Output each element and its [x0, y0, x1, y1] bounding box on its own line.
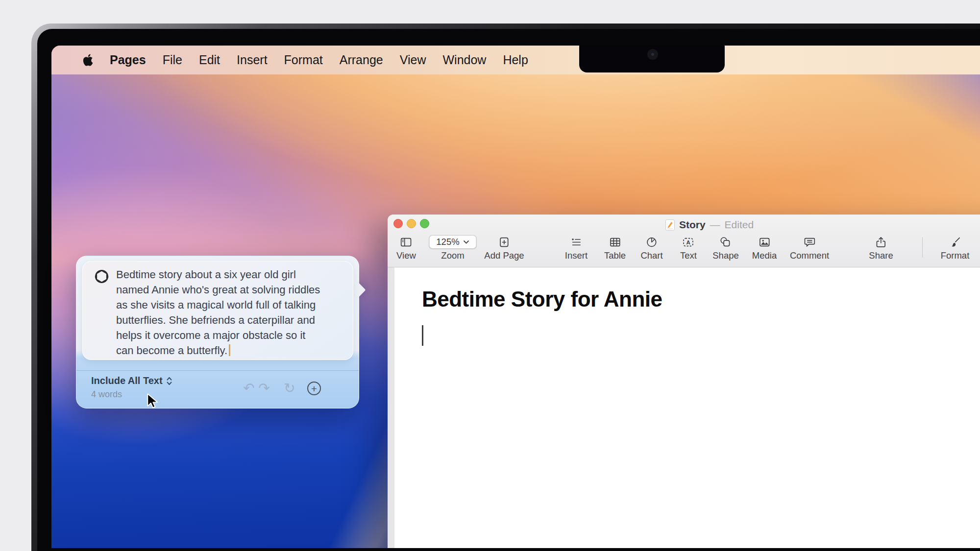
toolbar-shape-button[interactable]: Shape — [712, 234, 739, 261]
toolbar-text-button[interactable]: A Text — [680, 234, 697, 261]
display-notch — [579, 46, 725, 72]
pages-window: Story — Edited View 125% — [388, 215, 980, 548]
toolbar-format-button[interactable]: Format — [941, 234, 970, 261]
redo-button[interactable]: ↷ — [258, 380, 270, 397]
window-chrome: Story — Edited View 125% — [388, 215, 980, 267]
title-edited-status: Edited — [725, 219, 754, 231]
comment-icon — [803, 236, 815, 248]
zoom-dropdown[interactable]: 125% — [429, 235, 477, 249]
word-count: 4 words — [91, 389, 122, 400]
retry-icon: ↻ — [284, 380, 295, 396]
mouse-cursor — [146, 393, 161, 409]
menu-item-arrange[interactable]: Arrange — [340, 53, 383, 67]
updown-chevron-icon — [166, 376, 172, 386]
toolbar-zoom-control: 125% Zoom — [429, 234, 477, 261]
table-icon — [609, 236, 621, 248]
insert-icon — [570, 236, 583, 248]
menu-item-window[interactable]: Window — [442, 53, 486, 67]
redo-icon: ↷ — [258, 380, 270, 396]
toolbar-chart-button[interactable]: Chart — [640, 234, 662, 261]
window-title-row: Story — Edited — [388, 219, 980, 231]
assistant-popup: Bedtime story about a six year old girl … — [76, 256, 359, 408]
retry-button[interactable]: ↻ — [284, 380, 295, 397]
assistant-message-text: Bedtime story about a six year old girl … — [83, 267, 353, 358]
undo-button[interactable]: ↶ — [243, 380, 254, 397]
chart-icon — [646, 236, 658, 248]
assistant-message-bubble: Bedtime story about a six year old girl … — [82, 261, 353, 360]
share-icon — [875, 236, 887, 248]
menu-bar: Pages File Edit Insert Format Arrange Vi… — [51, 46, 980, 74]
menu-item-format[interactable]: Format — [284, 53, 323, 67]
toolbar-table-button[interactable]: Table — [604, 234, 626, 261]
text-insertion-caret — [422, 325, 423, 346]
menu-item-file[interactable]: File — [163, 53, 182, 67]
menu-item-insert[interactable]: Insert — [237, 53, 268, 67]
document-canvas: Bedtime Story for Annie — [388, 267, 980, 548]
menu-item-app[interactable]: Pages — [110, 53, 146, 67]
sidebar-icon — [400, 236, 412, 248]
popup-divider — [76, 370, 359, 371]
document-title[interactable]: Bedtime Story for Annie — [422, 287, 662, 311]
format-brush-icon — [949, 236, 961, 248]
pages-doc-icon — [665, 219, 675, 231]
toolbar-media-button[interactable]: Media — [752, 234, 777, 261]
document-page[interactable]: Bedtime Story for Annie — [394, 267, 980, 548]
toolbar-add-page-button[interactable]: Add Page — [484, 234, 524, 261]
menu-item-help[interactable]: Help — [503, 53, 528, 67]
chevron-down-icon — [464, 240, 469, 244]
toolbar-comment-button[interactable]: Comment — [790, 234, 829, 261]
apple-menu[interactable] — [83, 54, 93, 66]
camera-icon — [647, 49, 658, 60]
context-selector[interactable]: Include All Text — [91, 375, 172, 386]
svg-text:A: A — [686, 239, 690, 245]
shape-icon — [720, 236, 732, 248]
undo-icon: ↶ — [243, 380, 254, 396]
apple-logo-icon — [83, 54, 93, 66]
text-box-icon: A — [683, 236, 695, 248]
screenshot-canvas: Pages File Edit Insert Format Arrange Vi… — [0, 0, 980, 551]
toolbar-insert-button[interactable]: Insert — [565, 234, 588, 261]
menu-item-view[interactable]: View — [400, 53, 426, 67]
window-title: Story — [679, 219, 706, 231]
add-button[interactable]: + — [307, 382, 321, 395]
add-page-icon — [498, 236, 510, 248]
menu-item-edit[interactable]: Edit — [199, 53, 220, 67]
media-icon — [758, 236, 770, 248]
dictation-caret — [229, 344, 230, 356]
toolbar-share-button[interactable]: Share — [869, 234, 893, 261]
toolbar-divider — [922, 237, 923, 258]
title-separator: — — [710, 219, 720, 231]
plus-icon: + — [311, 383, 317, 394]
toolbar-view-button[interactable]: View — [396, 234, 416, 261]
